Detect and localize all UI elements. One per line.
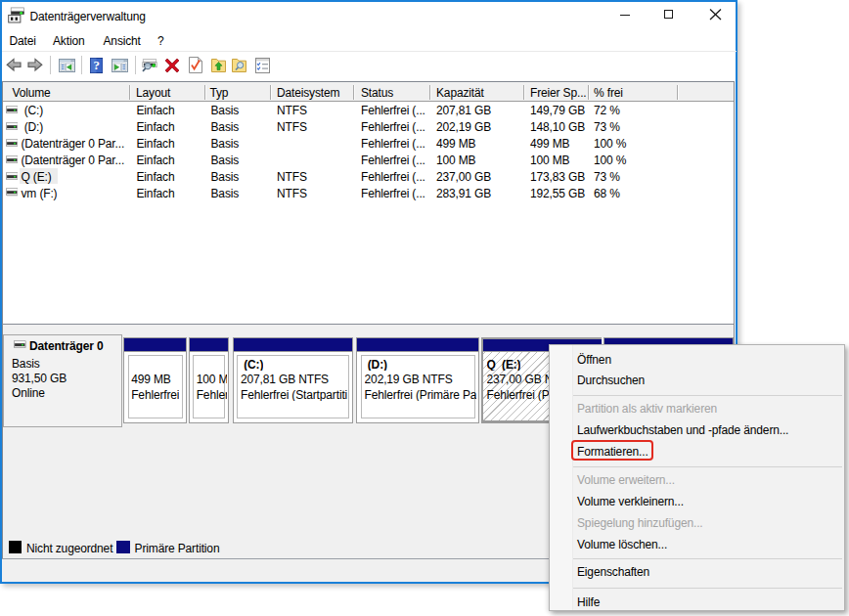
svg-text:?: ? [93,58,100,72]
